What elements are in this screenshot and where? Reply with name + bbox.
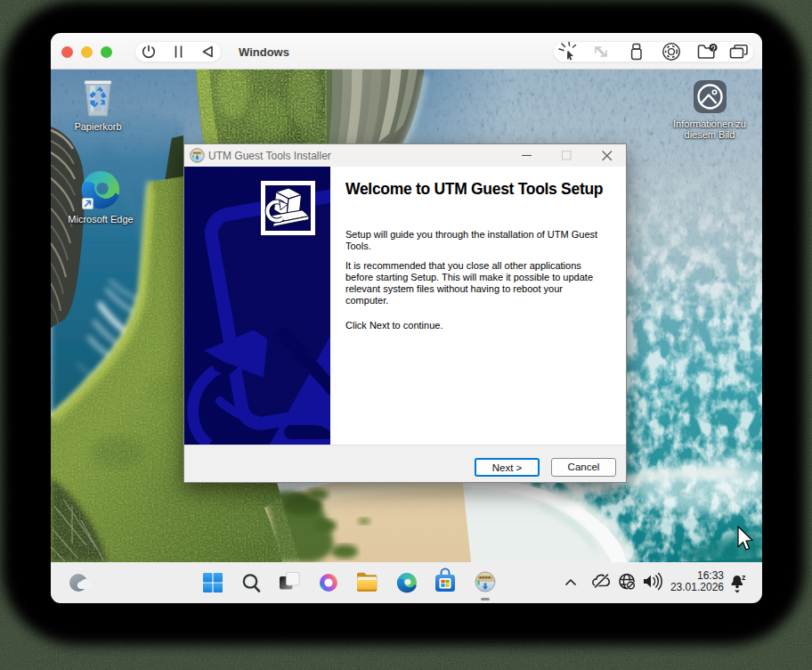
svg-text:z: z xyxy=(742,573,746,582)
svg-text:23.01.2026: 23.01.2026 xyxy=(670,581,724,593)
svg-text:16:33: 16:33 xyxy=(697,569,724,582)
